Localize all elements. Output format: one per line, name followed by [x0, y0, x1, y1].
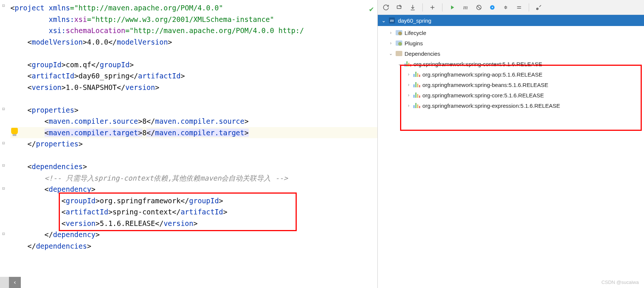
- settings-icon[interactable]: [534, 2, 544, 13]
- dependency-label: org.springframework:spring-expression:5.…: [422, 103, 560, 109]
- chevron-right-icon: ›: [388, 30, 393, 35]
- generate-sources-icon[interactable]: [394, 2, 405, 13]
- watermark: CSDN @sucaiwa: [601, 279, 639, 285]
- folder-plug-icon: [396, 41, 402, 46]
- chevron-down-icon: ⌄: [388, 51, 393, 56]
- chevron-down-icon: ⌄: [381, 17, 386, 23]
- tree-dependency-item[interactable]: ›org.springframework:spring-aop:5.1.6.RE…: [380, 69, 642, 80]
- show-dependencies-icon[interactable]: [487, 2, 498, 13]
- bulb-icon[interactable]: [11, 128, 18, 135]
- folder-gear-icon: [396, 30, 402, 35]
- collapse-all-icon[interactable]: [500, 2, 511, 13]
- tree-label: Dependencies: [405, 51, 440, 57]
- gutter: ⊟ ⊟ ⊟ ⊟ ⊟ ⊟: [0, 0, 10, 288]
- run-icon[interactable]: [447, 2, 457, 13]
- library-icon: [413, 103, 420, 108]
- folder-dep-icon: [396, 51, 402, 56]
- maven-tool-window: m ⌄ m day60_spring › Lifecycle › Plugins…: [377, 0, 644, 288]
- dependency-label: org.springframework:spring-aop:5.1.6.REL…: [422, 71, 542, 78]
- tree-plugins[interactable]: › Plugins: [380, 38, 642, 48]
- maven-toolbar: m: [378, 0, 644, 15]
- library-icon: [413, 93, 420, 98]
- expand-all-icon[interactable]: [514, 2, 524, 13]
- library-icon: [413, 72, 420, 77]
- library-icon: [405, 61, 411, 67]
- download-icon[interactable]: [408, 2, 418, 13]
- chevron-right-icon: ›: [388, 41, 393, 46]
- add-icon[interactable]: [427, 2, 438, 13]
- check-icon[interactable]: ✔: [369, 4, 374, 13]
- editor-pane[interactable]: ⊟ ⊟ ⊟ ⊟ ⊟ ⊟ ✔ <project xmlns="http://mav…: [0, 0, 377, 288]
- bottom-back-button[interactable]: ‹: [9, 277, 21, 288]
- maven-tree: › Lifecycle › Plugins ⌄ Dependencies ⌄or…: [378, 26, 644, 112]
- chevron-right-icon: ›: [406, 82, 411, 87]
- toggle-skip-tests-icon[interactable]: [474, 2, 484, 13]
- tree-dependency-item[interactable]: ⌄org.springframework:spring-context:5.1.…: [380, 59, 642, 69]
- dependency-label: org.springframework:spring-beans:5.1.6.R…: [422, 82, 548, 88]
- bottom-square[interactable]: [0, 277, 9, 288]
- bottom-bar: ‹: [0, 277, 21, 288]
- project-header[interactable]: ⌄ m day60_spring: [378, 15, 644, 26]
- execute-goal-icon[interactable]: m: [460, 2, 471, 13]
- tree-label: Plugins: [405, 40, 423, 46]
- dependency-label: org.springframework:spring-context:5.1.6…: [413, 61, 542, 67]
- library-icon: [413, 82, 420, 87]
- tree-label: Lifecycle: [405, 30, 426, 36]
- dependency-label: org.springframework:spring-core:5.1.6.RE…: [422, 92, 544, 98]
- chevron-right-icon: ›: [406, 103, 411, 108]
- chevron-right-icon: ›: [406, 72, 411, 77]
- tree-lifecycle[interactable]: › Lifecycle: [380, 27, 642, 38]
- project-name: day60_spring: [398, 17, 431, 24]
- tree-dependencies[interactable]: ⌄ Dependencies: [380, 48, 642, 59]
- chevron-right-icon: ›: [406, 93, 411, 98]
- tree-dependency-item[interactable]: ›org.springframework:spring-core:5.1.6.R…: [380, 90, 642, 100]
- chevron-right-icon: ⌄: [397, 61, 402, 67]
- tree-dependency-item[interactable]: ›org.springframework:spring-beans:5.1.6.…: [380, 80, 642, 90]
- maven-module-icon: m: [389, 17, 395, 23]
- code-area[interactable]: <project xmlns="http://maven.apache.org/…: [0, 0, 377, 252]
- reload-icon[interactable]: [381, 2, 391, 13]
- tree-dependency-item[interactable]: ›org.springframework:spring-expression:5…: [380, 100, 642, 111]
